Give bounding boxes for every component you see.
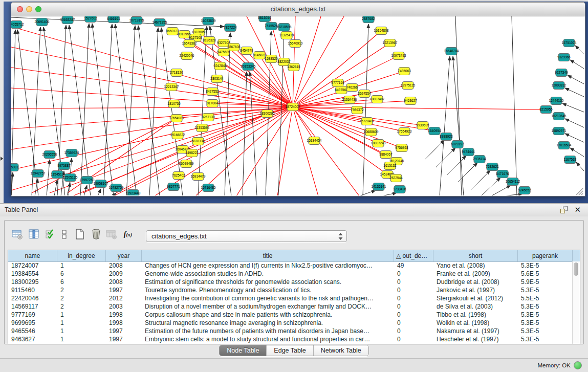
table-row[interactable]: 1456911722003Disruption of a novel membe…: [8, 302, 573, 311]
graph-edge[interactable]: [382, 193, 397, 195]
network-window-titlebar[interactable]: citations_edges.txt: [11, 3, 585, 16]
graph-node[interactable]: 16543382: [182, 40, 197, 48]
graph-node[interactable]: 19218596: [277, 24, 292, 31]
graph-edge[interactable]: [103, 24, 112, 195]
graph-node[interactable]: 14671355: [153, 19, 167, 27]
graph-node[interactable]: 7632621: [486, 163, 499, 171]
graph-edge[interactable]: [83, 114, 267, 193]
graph-edge[interactable]: [149, 28, 158, 195]
graph-node[interactable]: 19166822: [170, 132, 185, 139]
graph-edge[interactable]: [47, 160, 50, 195]
graph-node[interactable]: 2522544: [389, 174, 403, 182]
column-header[interactable]: name: [8, 250, 57, 261]
graph-node[interactable]: 1588520: [265, 55, 278, 63]
graph-node[interactable]: 5878334: [191, 138, 205, 145]
tab-network-table[interactable]: Network Table: [313, 345, 368, 356]
graph-edge[interactable]: [436, 148, 455, 167]
graph-edge[interactable]: [138, 26, 160, 195]
graph-node[interactable]: 20691406: [35, 18, 50, 26]
graph-node[interactable]: 8471676: [496, 170, 509, 178]
graph-node[interactable]: 16648784: [444, 48, 459, 55]
graph-edge[interactable]: [11, 107, 293, 129]
graph-node[interactable]: 10654112: [506, 178, 520, 186]
graph-node[interactable]: 7986372: [351, 106, 364, 114]
graph-node[interactable]: 21364436: [342, 96, 357, 104]
graph-node[interactable]: 9756928: [395, 144, 408, 152]
graph-edge[interactable]: [98, 189, 101, 195]
table-row[interactable]: 946554611997Estimation of the future num…: [8, 327, 573, 335]
graph-edge[interactable]: [126, 26, 135, 195]
network-canvas[interactable]: 1405571220691406106532871527602646616110…: [11, 16, 584, 195]
table-settings-button[interactable]: [11, 228, 24, 241]
graph-node[interactable]: 16099489: [179, 160, 194, 168]
function-builder-button[interactable]: f(x): [121, 228, 135, 241]
graph-node[interactable]: 12975115: [401, 82, 416, 90]
graph-edge[interactable]: [115, 24, 137, 195]
graph-node[interactable]: 7857224: [224, 24, 237, 32]
table-row[interactable]: 946362711997Embryonic stem cells: a mode…: [8, 335, 573, 343]
graph-node[interactable]: 9463627: [404, 97, 417, 105]
graph-edge[interactable]: [250, 72, 257, 195]
graph-node[interactable]: 16914479: [191, 173, 206, 181]
graph-edge[interactable]: [80, 24, 89, 195]
graph-node[interactable]: 18807249: [371, 140, 386, 147]
graph-edge[interactable]: [565, 88, 584, 97]
graph-edge[interactable]: [565, 134, 584, 142]
graph-node[interactable]: 9777169: [331, 79, 344, 87]
graph-node[interactable]: 1615132: [383, 162, 397, 170]
graph-edge[interactable]: [161, 28, 183, 195]
graph-node[interactable]: 9227349: [555, 69, 568, 77]
graph-node[interactable]: 2935114: [473, 156, 486, 163]
graph-node[interactable]: 1154519: [51, 171, 64, 179]
graph-node[interactable]: 9939695: [416, 122, 429, 129]
graph-edge[interactable]: [453, 56, 464, 195]
graph-node[interactable]: 4498222: [185, 149, 199, 157]
graph-node[interactable]: 15892971: [552, 127, 567, 135]
table-row[interactable]: 1938455462009Genome-wide association stu…: [8, 270, 573, 278]
graph-node[interactable]: 12213367: [164, 83, 179, 91]
graph-node[interactable]: 6879197: [451, 141, 464, 148]
row-height-button[interactable]: [58, 228, 71, 241]
graph-node[interactable]: 1640954: [428, 127, 441, 135]
graph-node[interactable]: 2803144: [210, 75, 224, 83]
graph-node[interactable]: 9242848: [213, 62, 227, 70]
graph-node[interactable]: 8186328: [203, 37, 216, 45]
graph-node[interactable]: 11353594: [195, 124, 210, 132]
graph-node[interactable]: 9245652: [518, 187, 531, 194]
graph-edge[interactable]: [576, 162, 584, 171]
graph-edge[interactable]: [92, 24, 114, 195]
graph-node[interactable]: 17359924: [64, 149, 79, 157]
graph-node[interactable]: 917004: [207, 100, 218, 107]
graph-edge[interactable]: [277, 107, 293, 195]
graph-edge[interactable]: [503, 194, 522, 195]
graph-edge[interactable]: [293, 107, 314, 141]
graph-edge[interactable]: [293, 107, 546, 110]
graph-node[interactable]: 9884067: [379, 151, 393, 159]
graph-node[interactable]: 16210645: [552, 113, 567, 120]
graph-node[interactable]: 1810755: [167, 100, 181, 108]
column-header[interactable]: year: [106, 250, 142, 261]
graph-node[interactable]: 20153346: [241, 63, 256, 71]
graph-edge[interactable]: [293, 107, 359, 195]
column-header[interactable]: short: [433, 250, 518, 261]
graph-node[interactable]: 14055712: [11, 21, 24, 29]
graph-node[interactable]: 16154808: [374, 27, 389, 35]
graph-node[interactable]: 12444130: [549, 97, 564, 105]
graph-edge[interactable]: [455, 16, 462, 195]
graph-node[interactable]: 10688609: [364, 128, 379, 136]
show-columns-button[interactable]: [27, 228, 40, 241]
graph-node[interactable]: 8813054: [258, 16, 271, 22]
graph-edge[interactable]: [54, 180, 57, 195]
graph-node[interactable]: 7515526: [265, 23, 278, 30]
network-graph[interactable]: 1405571220691406106532871527602646616110…: [11, 16, 584, 195]
graph-node[interactable]: 14136141: [372, 183, 386, 191]
column-header[interactable]: △ out_de…: [394, 250, 433, 261]
graph-node[interactable]: 8660123: [166, 28, 179, 35]
graph-node[interactable]: 7485063: [398, 68, 411, 75]
graph-node[interactable]: 3624554: [358, 90, 371, 98]
graph-edge[interactable]: [575, 46, 584, 54]
table-row[interactable]: 1872400712008Changes of HCN gene express…: [8, 261, 573, 270]
graph-node[interactable]: 9329966: [557, 54, 571, 61]
graph-edge[interactable]: [425, 140, 444, 160]
graph-node[interactable]: 17654923: [397, 128, 412, 136]
